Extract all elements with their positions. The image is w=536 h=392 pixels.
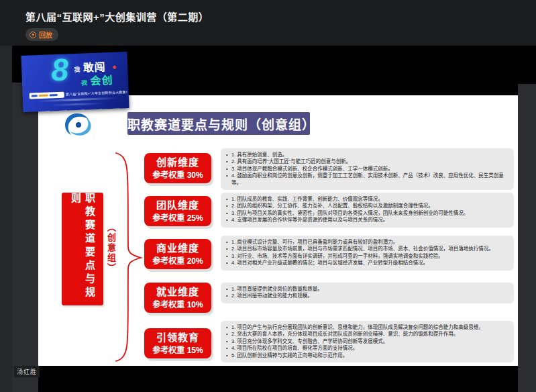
dimension-button: 就业维度 参考权重 10% xyxy=(144,283,211,313)
brace-connector xyxy=(113,151,144,363)
dimension-weight: 参考权重 30% xyxy=(152,168,203,180)
criteria-item: •1. 商业模式设计完整、可行，项目已具备盈利能力或具有较好的盈利潜力。 xyxy=(226,239,508,246)
competition-logo-icon xyxy=(62,110,94,140)
criteria-item: •1. 团队成员的教育、实践、工作背景、创新能力、价值观念等情况。 xyxy=(226,196,508,203)
dimension-criteria-box: •1. 团队成员的教育、实践、工作背景、创新能力、价值观念等情况。•2. 团队的… xyxy=(221,193,514,228)
dimension-weight: 参考权重 25% xyxy=(152,211,203,223)
criteria-item: •2. 项目间接带动就业的能力和规模。 xyxy=(226,293,508,299)
criteria-item: •2. 团队的组织构架、分工协作、能力互补、人员配置、股权结构以及激励制度合理性… xyxy=(226,203,508,209)
dimension-criteria-box: •1. 商业模式设计完整、可行，项目已具备盈利能力或具有较好的盈利潜力。•2. … xyxy=(221,236,514,271)
banner-subtitle: 第八届“互联网+”大学生创新创业大赛集训营（第二期） xyxy=(66,89,127,97)
dimension-button: 创新维度 参考权重 30% xyxy=(144,153,211,183)
dimension-name: 团队维度 xyxy=(156,199,199,211)
criteria-item: •4. 项目对相关产业升级或颠覆的情况；项目与区域经济发展、产业转型升级相结合情… xyxy=(226,260,508,266)
slide: 职教赛道要点与规则（创意组） 职教赛道要点与规则 （创意组） 创新维度 参考权重… xyxy=(38,95,518,366)
criteria-item: •4. 支撑项目发展的合作伙伴等外部资源的使用以及与项目关系的情况。 xyxy=(226,217,508,224)
dimension-name: 就业维度 xyxy=(156,286,199,297)
slide-title: 职教赛道要点与规则（创意组） xyxy=(127,112,310,135)
dimension-weight: 参考权重 15% xyxy=(152,344,203,355)
criteria-item: •4. 鼓励面向职业和岗位的创意及创新，侧重于加工工艺创新、实用技术创新、产品（… xyxy=(226,173,508,187)
criteria-item: •3. 项目体现产教融合模式创新、校企合作模式创新、工学一体模式创新。 xyxy=(226,166,508,173)
event-banner: 8 我 敢闯 我 会创 第八届“互联网+”大学生创新创业大赛集训营（第二期） xyxy=(21,52,129,112)
dimension-weight: 参考权重 20% xyxy=(152,254,203,266)
track-rules-label: 职教赛道要点与规则 xyxy=(68,193,97,305)
dimension-weight: 参考权重 10% xyxy=(152,298,203,309)
track-rules-box: 职教赛道要点与规则 xyxy=(62,193,103,305)
dimension-criteria-box: •1. 具有原始创意、创造。•2. 具有面向培养“大国工匠”与能工巧匠的创意与创… xyxy=(221,148,514,190)
criteria-item: •5. 团队创新创业精神与实践的正向带动和示范作用。 xyxy=(226,352,508,359)
right-gray-strip xyxy=(518,84,536,392)
presenter-watermark: 汤红胜 xyxy=(14,366,40,377)
page: 第八届“互联网+”大创集训营（第二期） 回放 职教赛道要点与规则（创意组） 职教… xyxy=(0,0,536,392)
criteria-item: •2. 突出大赛的育人本质，充分体现项目成长对团队成员创新创业精神、意识、能力的… xyxy=(226,331,508,338)
criteria-item: •3. 项目充分体现多学科交叉、专创融合、产学研协同创新等发展模式。 xyxy=(226,338,508,345)
slogan1-prefix: 我 xyxy=(74,66,80,73)
banner-dot-decoration xyxy=(113,66,116,69)
dimension-name: 创新维度 xyxy=(156,156,199,168)
criteria-item: •1. 项目直接提供就业岗位的数量和质量。 xyxy=(226,286,508,293)
dimension-button: 商业维度 参考权重 20% xyxy=(144,239,211,269)
slogan2-prefix: 我 xyxy=(81,79,87,86)
page-header: 第八届“互联网+”大创集训营（第二期） 回放 xyxy=(0,0,536,46)
dimension-criteria-box: •1. 项目的产生与执行充分展现团队的创新意识、思维和能力，体现团队成员解决复杂… xyxy=(221,321,514,362)
replay-badge: 回放 xyxy=(25,28,58,41)
dimension-button: 引领教育 参考权重 15% xyxy=(144,328,211,358)
replay-label: 回放 xyxy=(39,30,52,40)
banner-number-8: 8 xyxy=(50,52,69,88)
banner-decorative-line2 xyxy=(50,102,103,106)
dimension-button: 团队维度 参考权重 25% xyxy=(144,196,211,226)
page-title: 第八届“互联网+”大创集训营（第二期） xyxy=(25,9,209,23)
left-gray-strip xyxy=(12,83,38,392)
replay-record-icon xyxy=(30,32,36,38)
criteria-item: •3. 对行业、市场、技术等方面有详实调研，并形成可靠的一手材料，强调实地调查和… xyxy=(226,253,508,260)
banner-logo-pill xyxy=(30,92,64,99)
left-edge-column xyxy=(0,46,12,392)
criteria-item: •1. 具有原始创意、创造。 xyxy=(226,152,508,158)
criteria-item: •2. 项目目标市场容量及市场前景，项目与市场需求匹配情况、项目的市场、资本、社… xyxy=(226,246,508,252)
banner-slogan-line2: 我 会创 xyxy=(81,71,113,89)
criteria-item: •2. 具有面向培养“大国工匠”与能工巧匠的创意与创新。 xyxy=(226,158,508,165)
criteria-item: •1. 项目的产生与执行充分展现团队的创新意识、思维和能力，体现团队成员解决复杂… xyxy=(226,324,508,331)
dimension-name: 引领教育 xyxy=(156,332,199,343)
slogan2-text: 会创 xyxy=(90,75,113,87)
dimension-name: 商业维度 xyxy=(156,242,199,254)
criteria-item: •4. 项目所在院校在项目的培育、孵化等方面的支持情况。 xyxy=(226,345,508,352)
dimension-criteria-box: •1. 项目直接提供就业岗位的数量和质量。•2. 项目间接带动就业的能力和规模。 xyxy=(221,283,514,303)
criteria-item: •3. 团队与项目关系的真实性、紧密性，团队对项目的各类投入情况，团队未来投身创… xyxy=(226,210,508,217)
